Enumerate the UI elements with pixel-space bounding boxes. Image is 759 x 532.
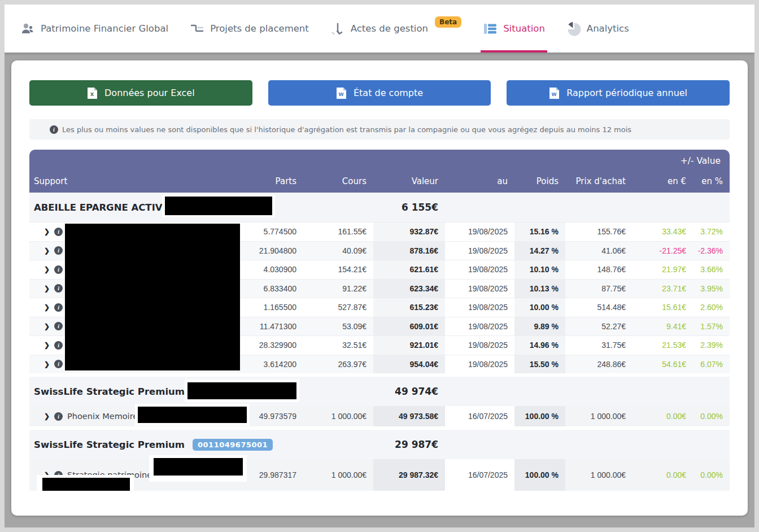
- chevron-right-icon[interactable]: ❯: [44, 303, 50, 311]
- excel-file-icon: x: [87, 87, 98, 99]
- chevron-right-icon[interactable]: ❯: [44, 265, 50, 273]
- app-window: Patrimoine Financier Global Projets de p…: [0, 0, 759, 532]
- fund-name: Phoenix Memoire: [67, 412, 138, 421]
- redacted-box: [165, 197, 272, 215]
- info-icon: i: [50, 125, 58, 134]
- account-statement-button[interactable]: w État de compte: [268, 80, 491, 106]
- col-valeur: Valeur: [373, 176, 445, 186]
- contract-total: 29 987€: [373, 439, 445, 450]
- pie-chart-icon: [566, 21, 581, 36]
- col-pl-eur: en €: [632, 176, 693, 186]
- info-icon[interactable]: i: [54, 322, 63, 330]
- chevron-right-icon[interactable]: ❯: [44, 412, 50, 420]
- contract-header-row: SwissLife Strategic Premium 001104967500…: [29, 430, 730, 459]
- info-icon[interactable]: i: [54, 341, 63, 350]
- word-file-icon: w: [549, 87, 560, 99]
- contract-title: SwissLife Strategic Premium: [34, 439, 185, 450]
- step-line-icon: [190, 21, 204, 36]
- list-icon: [483, 21, 498, 36]
- info-icon[interactable]: i: [54, 284, 63, 293]
- notice-text: Les plus ou moins values ne sont disponi…: [62, 125, 631, 134]
- tab-patrimoine-financier-global[interactable]: Patrimoine Financier Global: [20, 5, 168, 53]
- table-row[interactable]: ❯iPhoenix Memoire 49.973579 1 000.00€ 49…: [29, 406, 730, 426]
- beta-badge: Beta: [435, 16, 461, 28]
- info-icon[interactable]: i: [54, 360, 63, 368]
- users-icon: [20, 21, 35, 36]
- col-parts: Parts: [247, 176, 303, 186]
- button-label: État de compte: [354, 88, 423, 98]
- info-notice: i Les plus ou moins values ne sont dispo…: [29, 119, 730, 139]
- tab-label: Analytics: [587, 23, 629, 34]
- info-icon[interactable]: i: [54, 265, 63, 274]
- tab-label: Patrimoine Financier Global: [41, 23, 168, 34]
- tab-projets-de-placement[interactable]: Projets de placement: [190, 5, 309, 53]
- col-pl-pct: en %: [693, 176, 730, 186]
- positions-table: +/- Value Support Parts Cours Valeur au …: [29, 150, 730, 491]
- info-icon[interactable]: i: [54, 246, 63, 255]
- redacted-box: [138, 407, 247, 423]
- page-background: x Données pour Excel w État de compte w …: [5, 53, 754, 527]
- table-row[interactable]: ❯iStrategie patrimoine 29.987317 1 000.0…: [29, 459, 730, 491]
- col-au: au: [445, 176, 514, 186]
- button-label: Données pour Excel: [104, 88, 195, 98]
- tab-situation[interactable]: Situation: [483, 5, 545, 53]
- tab-actes-de-gestion[interactable]: Actes de gestion Beta: [330, 5, 461, 53]
- redacted-box: [42, 478, 130, 491]
- info-icon[interactable]: i: [54, 412, 63, 421]
- info-icon[interactable]: i: [54, 303, 63, 312]
- contract-number-badge: 0011049675001: [193, 439, 273, 451]
- chevron-right-icon[interactable]: ❯: [44, 341, 50, 349]
- chevron-right-icon[interactable]: ❯: [44, 360, 50, 368]
- contract-total: 6 155€: [373, 202, 445, 213]
- col-poids: Poids: [514, 176, 565, 186]
- pl-group-header: +/- Value: [29, 150, 730, 169]
- button-label: Rapport périodique annuel: [566, 88, 687, 98]
- table-header: +/- Value Support Parts Cours Valeur au …: [29, 150, 730, 193]
- redacted-box: [187, 382, 296, 399]
- arrow-down-icon: [330, 21, 345, 36]
- info-icon[interactable]: i: [54, 228, 63, 236]
- chevron-right-icon[interactable]: ❯: [44, 247, 50, 255]
- col-prix-achat: Prix d'achat: [565, 176, 632, 186]
- chevron-right-icon[interactable]: ❯: [44, 228, 50, 236]
- svg-text:w: w: [551, 90, 557, 97]
- tab-label: Actes de gestion: [351, 23, 428, 34]
- toolbar: x Données pour Excel w État de compte w …: [29, 80, 730, 106]
- word-file-icon: w: [336, 87, 347, 99]
- redacted-box: [65, 224, 240, 370]
- contract-header-row: SwissLife Strategic Premium 49 974€: [29, 377, 730, 406]
- excel-export-button[interactable]: x Données pour Excel: [29, 80, 252, 106]
- col-support: Support: [29, 176, 247, 186]
- svg-text:x: x: [90, 90, 94, 97]
- svg-text:w: w: [338, 90, 344, 97]
- tab-label: Projets de placement: [210, 23, 309, 34]
- top-navbar: Patrimoine Financier Global Projets de p…: [5, 5, 754, 53]
- col-cours: Cours: [303, 176, 373, 186]
- tab-label: Situation: [503, 23, 545, 34]
- redacted-box: [154, 458, 243, 476]
- chevron-right-icon[interactable]: ❯: [44, 285, 50, 293]
- chevron-right-icon[interactable]: ❯: [44, 322, 50, 330]
- contract-header-row: ABEILLE EPARGNE ACTIVE 6 155€: [29, 193, 730, 222]
- annual-report-button[interactable]: w Rapport périodique annuel: [507, 80, 730, 106]
- situation-card: x Données pour Excel w État de compte w …: [11, 60, 748, 516]
- contract-total: 49 974€: [373, 386, 445, 397]
- tab-analytics[interactable]: Analytics: [566, 5, 629, 53]
